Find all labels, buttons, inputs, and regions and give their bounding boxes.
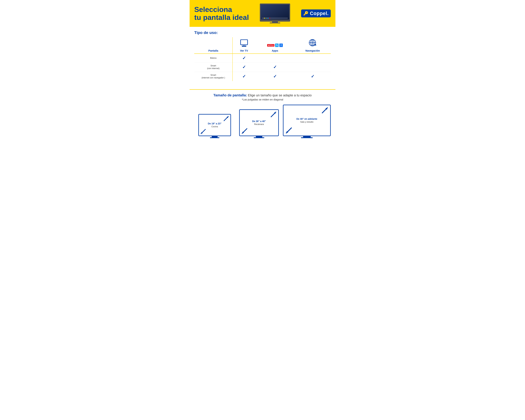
header-title: Selecciona tu pantalla ideal [194, 6, 249, 21]
arrow-ne-icon-small [223, 115, 229, 121]
apps-icons-group: NETFLIX 𝕏 f [257, 44, 293, 47]
pantalla-col-header [194, 37, 233, 48]
tv-assembly-small: De 19" a 23" Cocina [194, 114, 235, 138]
facebook-icon: f [279, 44, 283, 47]
header: Selecciona tu pantalla ideal [190, 0, 335, 27]
row-basica-label: Básica [194, 54, 233, 63]
tv-room-medium: Recámara [252, 123, 266, 126]
navegacion-icon-cell [294, 37, 331, 48]
tv-outline-icon [240, 39, 248, 47]
tv-frame-large: De 40" en adelante Sala y estudio [283, 105, 331, 136]
svg-point-7 [266, 18, 267, 19]
tv-frame-small: De 19" a 23" Cocina [198, 114, 231, 136]
comparison-table: NETFLIX 𝕏 f [194, 37, 331, 81]
tamano-subtitle: *Las pulgadas se miden en diagonal [194, 98, 331, 101]
tamano-title-normal: Elige un tamaño que se adapte a tu espac… [247, 93, 312, 97]
ver-tv-label: Ver TV [233, 48, 255, 54]
tv-size-medium: De 26" a 40" Recámara [239, 109, 279, 138]
apps-label: Apps [255, 48, 295, 54]
tv-assembly-medium: De 26" a 40" Recámara [239, 109, 279, 138]
basica-apps-check [255, 54, 295, 63]
smart-apps-check: ✓ [255, 63, 295, 72]
icon-row: NETFLIX 𝕏 f [194, 37, 331, 48]
svg-point-6 [264, 18, 265, 19]
apps-icon-cell: NETFLIX 𝕏 f [255, 37, 295, 48]
arrow-sw-icon-medium [241, 128, 248, 134]
tv-sizes-container: De 19" a 23" Cocina [194, 105, 331, 138]
navegacion-label: Navegación [294, 48, 331, 54]
netflix-icon: NETFLIX [267, 44, 274, 47]
tv-content-medium: De 26" a 40" Recámara [240, 110, 278, 136]
tv-frame-medium: De 26" a 40" Recámara [239, 109, 279, 136]
arrow-sw-icon-small [200, 129, 206, 135]
tv-room-large: Sala y estudio [296, 121, 317, 123]
row-smart-label: Smart(con internet) [194, 63, 233, 72]
column-header-row: Pantalla Ver TV Apps Navegación [194, 48, 331, 54]
svg-point-8 [268, 18, 268, 19]
coppel-logo: 🔑 Coppel. [301, 9, 331, 17]
basica-ver-tv-check: ✓ [233, 54, 255, 63]
tv-room-small: Cocina [208, 125, 222, 128]
tamano-section: Tamaño de pantalla: Elige un tamaño que … [190, 93, 335, 143]
tv-content-small: De 19" a 23" Cocina [199, 115, 230, 136]
brand-name: Coppel. [310, 11, 329, 16]
ver-tv-icon-cell [233, 37, 255, 48]
svg-rect-2 [261, 4, 289, 19]
tv-assembly-large: De 40" en adelante Sala y estudio [283, 105, 331, 138]
tv-size-large: De 40" en adelante Sala y estudio [283, 105, 331, 138]
title-line2: tu pantalla ideal [194, 13, 249, 21]
svg-point-9 [269, 18, 270, 19]
tv-size-small: De 19" a 23" Cocina [194, 114, 235, 138]
header-center-image [249, 3, 301, 23]
svg-rect-10 [241, 40, 248, 45]
tv-illustration-icon [259, 3, 291, 23]
table-row: Smart(internet con navegador ) ✓ ✓ ✓ [194, 72, 331, 81]
smart-nav-apps-check: ✓ [255, 72, 295, 81]
tipo-uso-title: Tipo de uso: [194, 30, 331, 35]
twitter-icon: 𝕏 [275, 44, 279, 47]
smart-nav-ver-tv-check: ✓ [233, 72, 255, 81]
globe-icon [309, 39, 317, 47]
tamano-title: Tamaño de pantalla: Elige un tamaño que … [194, 93, 331, 97]
svg-rect-12 [242, 46, 246, 47]
smart-nav-check [294, 63, 331, 72]
basica-nav-check [294, 54, 331, 63]
pantalla-label: Pantalla [194, 48, 233, 54]
table-row: Smart(con internet) ✓ ✓ [194, 63, 331, 72]
arrow-ne-icon-medium [271, 111, 277, 118]
tv-range-large: De 40" en adelante [296, 118, 317, 120]
arrow-ne-icon-large [321, 107, 328, 114]
tv-range-small: De 19" a 23" [208, 122, 222, 125]
main-content: Tipo de uso: NETFLIX [190, 27, 335, 87]
title-line1: Selecciona [194, 5, 232, 13]
svg-rect-3 [272, 22, 278, 22]
tamano-title-bold: Tamaño de pantalla: [213, 93, 247, 97]
key-icon: 🔑 [303, 11, 309, 16]
tv-content-large: De 40" en adelante Sala y estudio [283, 105, 330, 136]
gold-divider [190, 89, 335, 90]
arrow-sw-icon-large [285, 127, 292, 134]
table-row: Básica ✓ [194, 54, 331, 63]
smart-nav-nav-check: ✓ [294, 72, 331, 81]
svg-rect-4 [270, 22, 280, 23]
globe-cursor-icon [296, 39, 329, 47]
smart-ver-tv-check: ✓ [233, 63, 255, 72]
tv-range-medium: De 26" a 40" [252, 120, 266, 123]
row-smart-nav-label: Smart(internet con navegador ) [194, 72, 233, 81]
